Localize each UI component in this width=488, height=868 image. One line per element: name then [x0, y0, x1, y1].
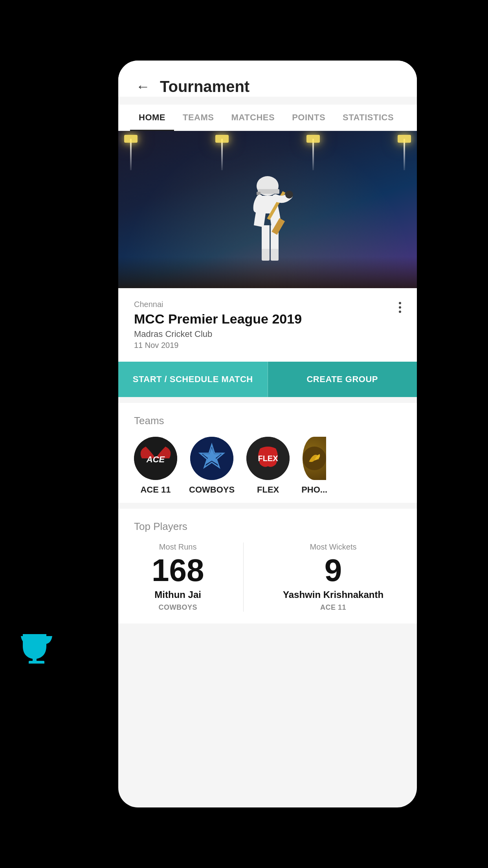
teams-section-title: Teams — [134, 415, 401, 427]
team-avatar-phoenix — [303, 437, 326, 480]
most-wickets-label: Most Wickets — [310, 542, 357, 552]
back-button[interactable]: ← — [134, 76, 152, 97]
tab-home[interactable]: HOME — [130, 105, 174, 131]
page-title: Tournament — [160, 78, 250, 96]
team-name-cowboys: COWBOYS — [189, 485, 235, 495]
top-players-section: Top Players Most Runs 168 Mithun Jai COW… — [118, 509, 417, 623]
team-avatar-flex: FLEX — [246, 437, 290, 480]
svg-rect-9 — [262, 249, 270, 261]
most-wickets-player: Yashwin Krishnakanth — [283, 589, 383, 600]
schedule-match-button[interactable]: START / SCHEDULE MATCH — [118, 362, 268, 397]
svg-rect-10 — [271, 249, 279, 261]
hero-banner — [118, 131, 417, 288]
team-name-ace: ACE 11 — [140, 485, 171, 495]
create-group-button[interactable]: CREATE GROUP — [268, 362, 417, 397]
team-avatar-cowboys — [190, 437, 233, 480]
stats-divider — [243, 542, 244, 612]
players-grid: Most Runs 168 Mithun Jai COWBOYS Most Wi… — [134, 542, 401, 612]
team-item-flex[interactable]: FLEX FLEX — [246, 437, 290, 495]
light-tower-center-right — [312, 139, 314, 170]
action-buttons: START / SCHEDULE MATCH CREATE GROUP — [118, 362, 417, 397]
most-runs-label: Most Runs — [159, 542, 197, 552]
light-tower-right — [404, 139, 405, 170]
svg-rect-2 — [258, 189, 279, 194]
team-avatar-ace: ACE — [134, 437, 177, 480]
svg-text:ACE: ACE — [146, 454, 165, 464]
most-runs-player: Mithun Jai — [154, 589, 201, 600]
tab-statistics[interactable]: STATISTICS — [334, 105, 402, 131]
tournament-name: MCC Premier League 2019 — [134, 311, 401, 327]
svg-point-8 — [285, 191, 293, 199]
svg-rect-0 — [29, 661, 44, 664]
header: ← Tournament — [118, 61, 417, 97]
team-name-phoenix: PHO... — [301, 485, 327, 495]
tab-bar: HOME TEAMS MATCHES POINTS STATISTICS — [118, 105, 417, 131]
teams-list: ACE ACE 11 COWBOYS — [134, 437, 401, 495]
tab-matches[interactable]: MATCHES — [223, 105, 284, 131]
most-runs-team: COWBOYS — [158, 603, 197, 612]
light-tower-left — [130, 139, 132, 170]
more-dot-2 — [399, 306, 401, 309]
more-dot-1 — [399, 302, 401, 304]
most-wickets-team: ACE 11 — [320, 603, 346, 612]
team-item-cowboys[interactable]: COWBOYS — [189, 437, 235, 495]
tournament-info: Chennai MCC Premier League 2019 Madras C… — [118, 288, 417, 362]
most-wickets-stat: Most Wickets 9 Yashwin Krishnakanth ACE … — [283, 542, 383, 612]
team-item-phoenix[interactable]: PHO... — [301, 437, 327, 495]
top-players-title: Top Players — [134, 520, 401, 533]
more-options-button[interactable] — [399, 302, 401, 313]
svg-rect-3 — [257, 192, 261, 195]
light-tower-center-left — [221, 139, 223, 170]
most-runs-stat: Most Runs 168 Mithun Jai COWBOYS — [152, 542, 204, 612]
cricketer-figure — [232, 162, 303, 288]
tournament-org: Madras Cricket Club — [134, 329, 401, 339]
tournament-city: Chennai — [134, 300, 401, 309]
most-wickets-value: 9 — [325, 555, 342, 586]
svg-text:FLEX: FLEX — [258, 454, 279, 463]
tab-teams[interactable]: TEAMS — [174, 105, 223, 131]
most-runs-value: 168 — [152, 555, 204, 586]
tab-points[interactable]: POINTS — [283, 105, 334, 131]
tournament-date: 11 Nov 2019 — [134, 341, 401, 350]
trophy-icon — [19, 632, 54, 664]
phone-shell: ← Tournament HOME TEAMS MATCHES POINTS S… — [118, 61, 417, 807]
more-dot-3 — [399, 311, 401, 313]
team-item-ace[interactable]: ACE ACE 11 — [134, 437, 177, 495]
team-name-flex: FLEX — [257, 485, 279, 495]
teams-section: Teams ACE ACE 11 — [118, 403, 417, 503]
